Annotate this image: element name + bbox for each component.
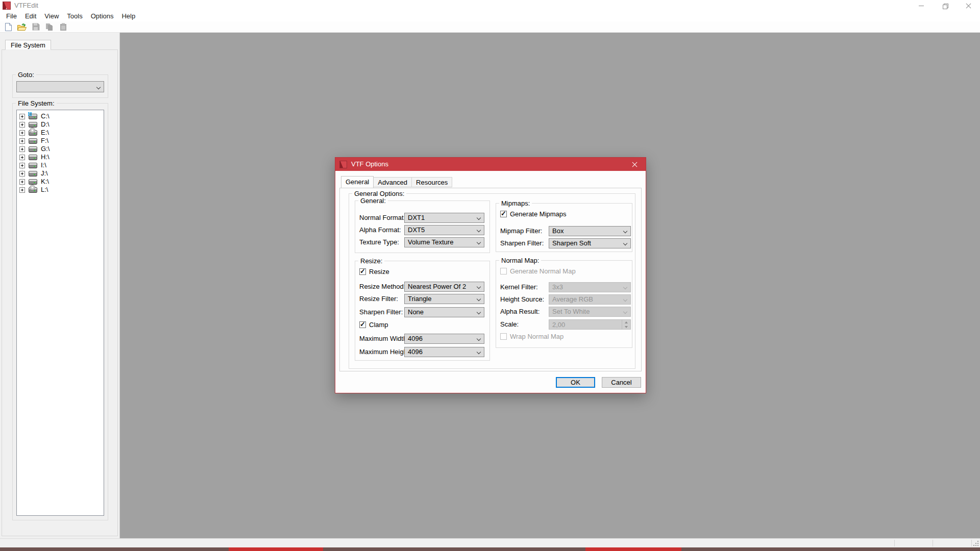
expand-icon[interactable] [19, 187, 25, 193]
file-system-tree[interactable]: C:\ D:\ E:\ F:\ G:\ H:\ I:\ J:\ K:\ L:\ [16, 110, 104, 516]
toolbar [0, 21, 980, 33]
ok-button[interactable]: OK [556, 377, 595, 388]
height-source-select: Average RGB [549, 294, 631, 305]
menu-options[interactable]: Options [87, 11, 118, 21]
tab-advanced[interactable]: Advanced [374, 177, 412, 187]
tree-item-drive-h[interactable]: H:\ [17, 153, 104, 161]
tree-item-drive-l[interactable]: L:\ [17, 186, 104, 194]
tree-item-drive-g[interactable]: G:\ [17, 145, 104, 153]
resize-checkbox-row: Resize [359, 268, 389, 275]
goto-combobox[interactable] [16, 81, 104, 92]
resize-method-label: Resize Method: [359, 282, 405, 292]
chevron-down-icon [477, 228, 481, 232]
window-titlebar[interactable]: VTFEdit [0, 0, 980, 11]
arrow-down-icon [625, 326, 628, 328]
resize-method-select[interactable]: Nearest Power Of 2 [404, 282, 484, 292]
resize-grip[interactable] [973, 540, 978, 546]
expand-icon[interactable] [19, 163, 25, 168]
mipmap-sharpen-filter-label: Sharpen Filter: [500, 238, 544, 248]
dialog-titlebar[interactable]: VTF Options [335, 158, 646, 171]
texture-type-select[interactable]: Volume Texture [404, 237, 484, 247]
expand-icon[interactable] [19, 171, 25, 177]
tab-resources[interactable]: Resources [412, 177, 452, 187]
menu-help[interactable]: Help [117, 11, 139, 21]
file-system-panel: File System Goto: File System: C:\ D:\ E… [0, 33, 120, 538]
tab-file-system[interactable]: File System [5, 40, 51, 50]
taskbar-highlight [585, 547, 681, 551]
resize-filter-select[interactable]: Triangle [404, 294, 484, 304]
generate-mipmaps-row: Generate Mipmaps [500, 210, 567, 217]
file-system-label: File System: [16, 99, 57, 107]
tree-item-drive-c[interactable]: C:\ [17, 112, 104, 120]
kernel-filter-select: 3x3 [549, 282, 631, 292]
window-title: VTFEdit [14, 0, 38, 11]
expand-icon[interactable] [19, 122, 25, 128]
statusbar-separator [933, 540, 933, 546]
maximum-width-select[interactable]: 4096 [404, 334, 484, 344]
open-file-button[interactable] [16, 22, 28, 32]
restore-icon [943, 4, 947, 8]
chevron-down-icon [623, 241, 627, 245]
maximum-height-label: Maximum Height: [359, 347, 411, 357]
tree-item-drive-f[interactable]: F:\ [17, 137, 104, 145]
alpha-result-label: Alpha Result: [500, 307, 540, 317]
chevron-down-icon [477, 297, 481, 301]
generate-mipmaps-checkbox[interactable] [500, 211, 507, 217]
tree-item-drive-i[interactable]: I:\ [17, 161, 104, 169]
resize-sharpen-filter-select[interactable]: None [404, 307, 484, 317]
taskbar-highlight [229, 547, 323, 551]
mipmaps-group: Mipmaps: Generate Mipmaps Mipmap Filter:… [496, 203, 632, 252]
hard-drive-icon [29, 155, 37, 160]
restore-button[interactable] [933, 0, 957, 11]
resize-filter-label: Resize Filter: [359, 294, 398, 304]
cancel-button[interactable]: Cancel [602, 377, 641, 388]
resize-checkbox[interactable] [359, 268, 366, 275]
dialog-title: VTF Options [351, 158, 388, 171]
clamp-checkbox[interactable] [359, 321, 366, 328]
expand-icon[interactable] [19, 130, 25, 136]
statusbar-separator [894, 540, 895, 546]
expand-icon[interactable] [19, 146, 25, 152]
tab-general[interactable]: General [341, 176, 374, 188]
hard-drive-icon [29, 179, 37, 185]
chevron-down-icon [623, 229, 627, 233]
alpha-format-select[interactable]: DXT5 [404, 225, 484, 235]
minimize-icon [919, 6, 924, 6]
chevron-down-icon [477, 285, 481, 289]
spin-down-button [622, 324, 630, 329]
minimize-button[interactable] [910, 0, 933, 11]
hard-drive-icon [29, 171, 37, 177]
tree-item-drive-j[interactable]: J:\ [17, 169, 104, 178]
menu-edit[interactable]: Edit [21, 11, 40, 21]
expand-icon[interactable] [19, 114, 25, 119]
close-button[interactable] [957, 0, 980, 11]
close-icon [632, 162, 638, 167]
mipmap-filter-label: Mipmap Filter: [500, 226, 542, 236]
tree-item-drive-d[interactable]: D:\ [17, 120, 104, 129]
chevron-down-icon [96, 85, 101, 89]
cd-drive-icon [29, 130, 37, 136]
maximum-height-select[interactable]: 4096 [404, 347, 484, 357]
file-system-group: File System: C:\ D:\ E:\ F:\ G:\ H:\ I:\… [12, 103, 108, 520]
height-source-label: Height Source: [500, 294, 544, 305]
chevron-down-icon [623, 310, 627, 314]
expand-icon[interactable] [19, 155, 25, 160]
mipmap-filter-select[interactable]: Box [549, 226, 631, 236]
menu-view[interactable]: View [40, 11, 63, 21]
cd-drive-icon [29, 187, 37, 193]
expand-icon[interactable] [19, 138, 25, 144]
menu-tools[interactable]: Tools [63, 11, 86, 21]
dialog-close-button[interactable] [623, 158, 646, 171]
chevron-down-icon [477, 310, 481, 314]
file-system-tab-page: Goto: File System: C:\ D:\ E:\ F:\ G:\ [2, 49, 118, 536]
tree-item-drive-k[interactable]: K:\ [17, 178, 104, 186]
normal-format-select[interactable]: DXT1 [404, 213, 484, 223]
expand-icon[interactable] [19, 179, 25, 185]
hard-drive-icon [29, 163, 37, 168]
tree-item-drive-e[interactable]: E:\ [17, 129, 104, 137]
system-drive-icon [29, 114, 37, 119]
mipmap-sharpen-filter-select[interactable]: Sharpen Soft [549, 238, 631, 248]
chevron-down-icon [477, 350, 481, 354]
new-file-button[interactable] [3, 22, 14, 32]
menu-file[interactable]: File [2, 11, 21, 21]
